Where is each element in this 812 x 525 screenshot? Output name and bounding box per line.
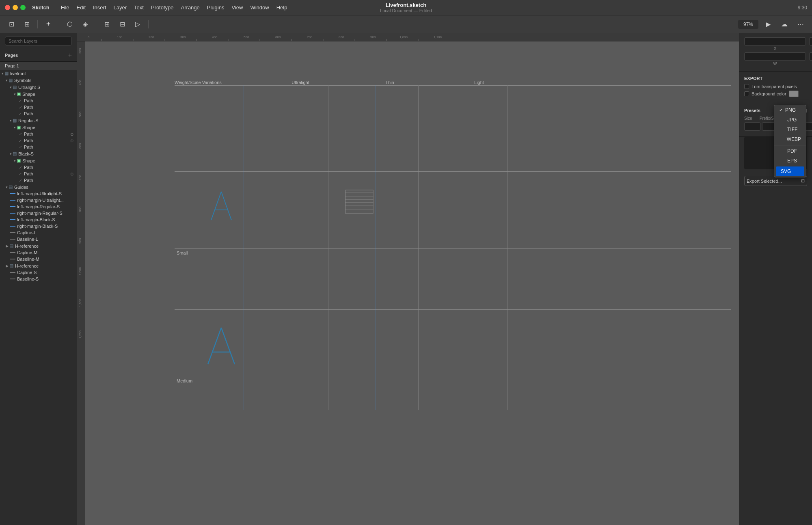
menu-prototype[interactable]: Prototype [148,3,177,12]
trim-label: Trim transparent pixels [752,84,797,89]
prototype-button[interactable]: ▷ [131,19,144,30]
wh-row: 3300 W 2200 H [744,52,807,66]
x-input[interactable]: 0 [744,37,806,45]
layer-item-symbols[interactable]: ▾ ▤ Symbols [0,77,77,84]
weight-label-ultralight: Ultralight [256,80,345,85]
layer-name: Shape [22,92,35,97]
inspect-button[interactable]: ⊟ [116,19,129,30]
add-layer-button[interactable]: + [42,19,55,30]
more-options-button[interactable]: ⋯ [794,19,807,30]
letter-a-medium [203,324,240,369]
minimize-button[interactable] [13,5,18,10]
bg-color-swatch[interactable] [789,91,799,97]
layer-item-regular-s[interactable]: ▾ ▤ Regular-S [0,117,77,124]
canvas-area: 0 100 200 300 400 500 600 [77,33,739,525]
layer-item-rmu-s[interactable]: right-margin-Ultralight... [0,197,77,203]
layer-item-capline-s[interactable]: Capline-S [0,269,77,276]
layer-item-rmr-s[interactable]: right-margin-Regular-S [0,210,77,216]
trim-checkbox[interactable] [744,84,749,89]
page-1-item[interactable]: Page 1 [0,62,77,70]
canvas-background: Weight/Scale Variations Ultralight Thin … [85,41,739,525]
layer-item-path-2[interactable]: ⟋ Path [0,104,77,110]
format-option-svg[interactable]: SVG [776,166,804,176]
menu-text[interactable]: Text [131,3,147,12]
layer-name: Path [24,111,33,116]
close-button[interactable] [5,5,10,10]
traffic-lights [5,5,26,10]
component-button[interactable]: ◈ [79,19,92,30]
layer-item-capline-m[interactable]: Capline-M [0,249,77,256]
insert-button[interactable]: ⬡ [63,19,76,30]
guide-icon [10,213,15,214]
menu-layer[interactable]: Layer [110,3,130,12]
layer-item-capline-l[interactable]: Capline-L [0,229,77,236]
menu-arrange[interactable]: Arrange [178,3,203,12]
layer-item-shape-3[interactable]: ▾ ▣ Shape [0,157,77,164]
layer-item-baseline-s[interactable]: Baseline-S [0,276,77,282]
svg-text:700: 700 [78,175,82,180]
layer-item-path-4[interactable]: ⟋ Path ⊙ [0,131,77,137]
layer-name: Path [24,132,33,136]
layer-name: H-reference [15,244,39,248]
layer-item-livefront[interactable]: ▾ ▤ livefront [0,70,77,77]
cloud-button[interactable]: ☁ [778,19,791,30]
layer-item-baseline-l[interactable]: Baseline-L [0,236,77,242]
add-page-button[interactable]: + [68,52,72,59]
menu-insert[interactable]: Insert [90,3,110,12]
format-option-tiff[interactable]: TIFF [774,125,806,134]
bg-color-checkbox[interactable] [744,91,749,96]
layer-item-rmb-s[interactable]: right-margin-Black-S [0,223,77,229]
folder-icon: ▤ [9,184,13,190]
layer-item-h-reference-2[interactable]: ▶ ▤ H-reference [0,262,77,269]
layer-item-lmu-s[interactable]: left-margin-Ultralight-S [0,190,77,197]
layer-item-path-3[interactable]: ⟋ Path [0,110,77,117]
h-input[interactable]: 2200 [809,52,812,60]
layer-item-lmb-s[interactable]: left-margin-Black-S [0,216,77,223]
menu-edit[interactable]: Edit [73,3,89,12]
menu-file[interactable]: File [58,3,73,12]
layer-item-path-5[interactable]: ⟋ Path ⊙ [0,137,77,144]
format-option-eps[interactable]: EPS [774,156,806,166]
layer-item-h-reference-1[interactable]: ▶ ▤ H-reference [0,242,77,249]
menu-plugins[interactable]: Plugins [204,3,228,12]
layer-item-shape-2[interactable]: ▾ ▣ Shape [0,124,77,131]
check-icon: ✓ [779,108,783,113]
search-layers-input[interactable] [5,37,72,45]
layer-item-path-9[interactable]: ⟋ Path [0,177,77,184]
y-input[interactable]: 0 [809,37,812,45]
preset-size-input[interactable]: 1x [744,122,760,131]
sidebar-toggle-button[interactable]: ⊡ [5,19,18,30]
format-option-pdf[interactable]: PDF [774,146,806,156]
menu-window[interactable]: Window [247,3,272,12]
layer-item-baseline-m[interactable]: Baseline-M [0,256,77,262]
arrange-button[interactable]: ⊞ [100,19,113,30]
play-button[interactable]: ▶ [762,19,775,30]
layer-item-path-1[interactable]: ⟋ Path [0,97,77,104]
format-option-webp[interactable]: WEBP [774,134,806,144]
w-input[interactable]: 3300 [744,52,806,60]
layer-item-ultralight-s[interactable]: ▾ ▤ Ultralight-S [0,84,77,91]
layer-item-guides[interactable]: ▾ ▤ Guides [0,184,77,190]
v-line-3 [508,85,508,410]
main-layout: Pages + Page 1 ▾ ▤ livefront ▾ ▤ Symbols… [0,33,812,525]
layer-item-black-s[interactable]: ▾ ▤ Black-S [0,150,77,157]
guide-icon [10,252,15,253]
layer-item-path-7[interactable]: ⟋ Path [0,164,77,171]
layer-item-lmr-s[interactable]: left-margin-Regular-S [0,203,77,210]
layer-item-shape-1[interactable]: ▾ ▣ Shape [0,91,77,97]
path-icon: ⟋ [18,145,22,149]
layer-item-path-8[interactable]: ⟋ Path ⊙ [0,171,77,177]
menu-view[interactable]: View [228,3,246,12]
format-option-jpg[interactable]: JPG [774,115,806,125]
grid-view-button[interactable]: ⊞ [20,19,33,30]
fullscreen-button[interactable] [20,5,26,10]
layer-name: Shape [22,125,35,130]
menu-help[interactable]: Help [273,3,291,12]
folder-icon: ▤ [9,263,13,268]
format-option-png[interactable]: ✓ PNG [774,105,806,115]
h-line-small [175,171,731,172]
svg-text:600: 600 [78,143,82,149]
canvas-viewport[interactable]: Weight/Scale Variations Ultralight Thin … [85,41,739,525]
zoom-display[interactable]: 97% [738,20,758,29]
layer-item-path-6[interactable]: ⟋ Path [0,144,77,150]
